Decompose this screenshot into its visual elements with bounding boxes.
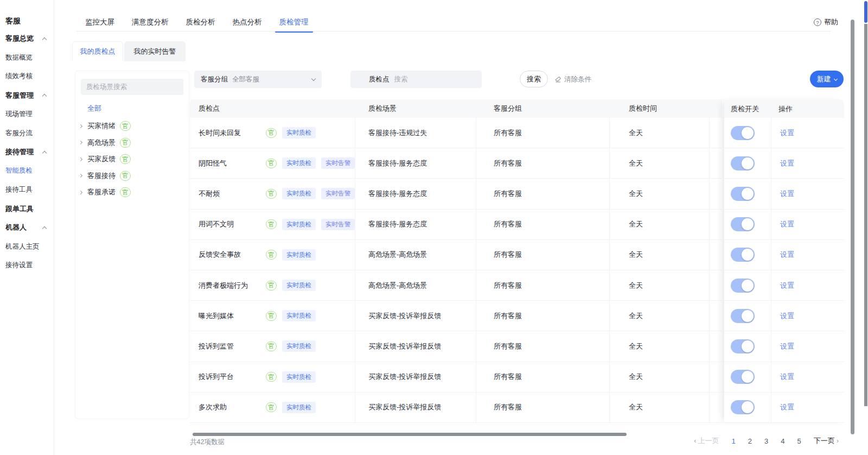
- fixed-columns-header: 质检开关 操作: [724, 99, 844, 118]
- cell-filler: [710, 148, 722, 178]
- agent-group-select[interactable]: 客服分组 全部客服: [194, 71, 322, 88]
- outer-vertical-scrollbar-thumb[interactable]: [864, 1, 867, 23]
- create-button[interactable]: 新建: [810, 71, 844, 87]
- realtime-alarm-badge: 实时告警: [321, 157, 355, 169]
- page-number-5[interactable]: 5: [797, 437, 801, 445]
- settings-link[interactable]: 设置: [780, 372, 794, 382]
- official-badge: 官: [266, 372, 277, 382]
- settings-link[interactable]: 设置: [780, 311, 794, 321]
- settings-link[interactable]: 设置: [780, 402, 794, 412]
- sidebar-item-客服管理[interactable]: 客服管理: [5, 86, 46, 105]
- cell-actions: 设置: [771, 393, 844, 422]
- scene-tree-panel: 全部 买家情绪官高危场景官买家反馈官客服接待官客服承诺官: [75, 71, 189, 419]
- sidebar-item-数据概览[interactable]: 数据概览: [5, 48, 46, 67]
- nav-tab-监控大屏[interactable]: 监控大屏: [84, 17, 116, 28]
- fixed-table-row: 设置: [724, 179, 844, 209]
- official-badge: 官: [266, 219, 277, 229]
- cell-scene: 客服接待-违规过失: [355, 118, 476, 148]
- page-number-1[interactable]: 1: [731, 437, 735, 445]
- cell-scene: 客服接待-服务态度: [355, 148, 476, 178]
- sidebar-item-接待设置[interactable]: 接待设置: [5, 256, 46, 275]
- qc-switch-toggle[interactable]: [731, 339, 755, 353]
- cell-actions: 设置: [771, 270, 844, 300]
- qc-switch-toggle[interactable]: [731, 309, 755, 323]
- cell-qc-point: 投诉到平台官实时质检: [190, 362, 355, 392]
- nav-tab-满意度分析[interactable]: 满意度分析: [131, 17, 170, 28]
- qc-point-name: 投诉到监管: [199, 342, 266, 351]
- page-number-2[interactable]: 2: [748, 437, 752, 445]
- official-badge: 官: [266, 402, 277, 412]
- inner-vertical-scrollbar-thumb[interactable]: [851, 20, 854, 434]
- sidebar-item-绩效考核[interactable]: 绩效考核: [5, 67, 46, 86]
- sidebar-item-机器人[interactable]: 机器人: [5, 218, 46, 237]
- fixed-table-row: 设置: [724, 362, 844, 393]
- sidebar-item-label: 接待工具: [5, 185, 33, 194]
- tree-item-客服接待[interactable]: 客服接待官: [78, 168, 189, 185]
- qc-switch-toggle[interactable]: [731, 156, 755, 170]
- cell-filler: [710, 362, 722, 392]
- page-number-3[interactable]: 3: [764, 437, 768, 445]
- clear-filters-button[interactable]: 清除条件: [554, 75, 591, 84]
- search-button[interactable]: 搜索: [520, 71, 548, 87]
- qc-switch-toggle[interactable]: [731, 279, 755, 293]
- realtime-qc-badge: 实时质检: [282, 340, 316, 352]
- sidebar-item-机器人主页[interactable]: 机器人主页: [5, 237, 46, 256]
- tree-item-买家情绪[interactable]: 买家情绪官: [78, 118, 189, 135]
- sidebar-item-智能质检[interactable]: 智能质检: [5, 162, 46, 181]
- outer-vertical-scrollbar-track[interactable]: [864, 24, 867, 406]
- cell-group: 所有客服: [476, 393, 610, 422]
- sidebar-item-客服总览[interactable]: 客服总览: [5, 29, 46, 48]
- sidebar-item-跟单工具[interactable]: 跟单工具: [5, 199, 46, 218]
- qc-switch-toggle[interactable]: [731, 126, 755, 140]
- tree-item-客服承诺[interactable]: 客服承诺官: [78, 184, 189, 201]
- cell-time: 全天: [610, 331, 710, 361]
- settings-link[interactable]: 设置: [780, 159, 794, 168]
- sidebar-item-接待管理[interactable]: 接待管理: [5, 143, 46, 162]
- page-number-4[interactable]: 4: [781, 437, 784, 445]
- tree-item-买家反馈[interactable]: 买家反馈官: [78, 151, 189, 168]
- cell-scene: 买家反馈-投诉举报反馈: [355, 331, 476, 361]
- next-page-button[interactable]: 下一页 ›: [814, 436, 839, 446]
- tab-my-qc-points[interactable]: 我的质检点: [72, 41, 123, 61]
- tree-item-all[interactable]: 全部: [87, 104, 101, 113]
- settings-link[interactable]: 设置: [780, 281, 794, 290]
- qc-switch-toggle[interactable]: [731, 400, 755, 414]
- cell-qc-point: 用词不文明官实时质检实时告警: [190, 210, 355, 239]
- top-nav-tabs: 监控大屏满意度分析质检分析热点分析质检管理: [84, 17, 310, 28]
- cell-qc-switch: [724, 118, 771, 148]
- qc-switch-toggle[interactable]: [731, 370, 755, 384]
- fixed-table-row: 设置: [724, 148, 844, 179]
- tab-my-realtime-alerts[interactable]: 我的实时告警: [124, 41, 186, 61]
- qc-point-search-field[interactable]: 质检点 搜索: [350, 71, 482, 88]
- help-button[interactable]: ? 帮助: [814, 17, 838, 27]
- settings-link[interactable]: 设置: [780, 189, 794, 199]
- settings-link[interactable]: 设置: [780, 342, 794, 351]
- settings-link[interactable]: 设置: [780, 128, 794, 138]
- horizontal-scrollbar-thumb[interactable]: [193, 433, 627, 436]
- prev-page-button[interactable]: ‹ 上一页: [694, 436, 719, 446]
- chevron-up-icon: [42, 94, 47, 98]
- qc-switch-toggle[interactable]: [731, 248, 755, 262]
- qc-switch-toggle[interactable]: [731, 217, 755, 231]
- nav-tab-质检管理[interactable]: 质检管理: [278, 17, 310, 28]
- table-row: 多次求助官实时质检买家反馈-投诉举报反馈所有客服全天: [190, 393, 722, 423]
- cell-actions: 设置: [771, 362, 844, 392]
- settings-link[interactable]: 设置: [780, 219, 794, 229]
- cell-time: 全天: [610, 148, 710, 178]
- nav-tab-热点分析[interactable]: 热点分析: [232, 17, 263, 28]
- sidebar-item-现场管理[interactable]: 现场管理: [5, 105, 46, 124]
- scene-search-input[interactable]: [81, 79, 183, 95]
- cell-qc-point: 多次求助官实时质检: [190, 393, 355, 422]
- chevron-right-icon: [79, 141, 82, 144]
- sidebar-item-客服分流[interactable]: 客服分流: [5, 124, 46, 143]
- nav-tab-质检分析[interactable]: 质检分析: [185, 17, 216, 28]
- tree-item-高危场景[interactable]: 高危场景官: [78, 135, 189, 151]
- chevron-up-icon: [42, 150, 47, 155]
- cell-group: 所有客服: [476, 118, 610, 148]
- cell-qc-switch: [724, 179, 771, 208]
- qc-switch-toggle[interactable]: [731, 187, 755, 201]
- cell-qc-point: 消费者极端行为官实时质检: [190, 270, 355, 300]
- tab-label: 我的质检点: [80, 47, 116, 56]
- settings-link[interactable]: 设置: [780, 250, 794, 260]
- sidebar-item-接待工具[interactable]: 接待工具: [5, 180, 46, 199]
